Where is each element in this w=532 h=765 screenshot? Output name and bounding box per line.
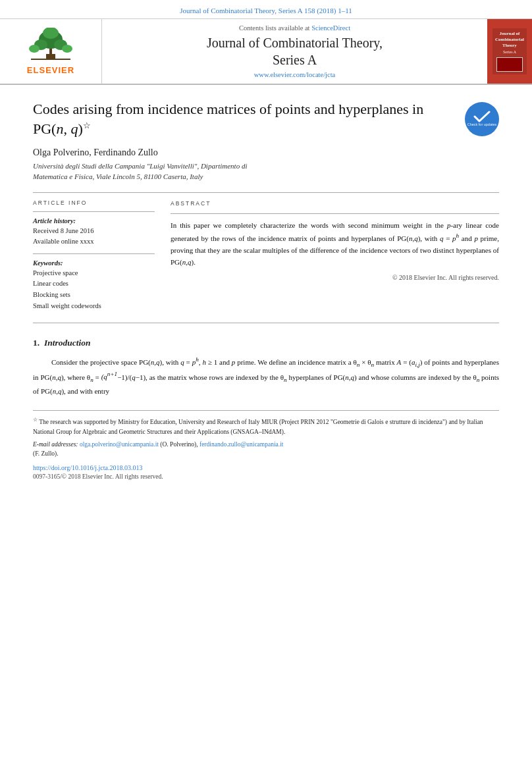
abstract-label: ABSTRACT (171, 199, 499, 208)
article-info-label: ARTICLE INFO (33, 199, 155, 206)
elsevier-tree-icon (21, 28, 80, 64)
info-divider (33, 211, 155, 212)
journal-title-center: Contents lists available at ScienceDirec… (102, 19, 487, 84)
contents-prefix: Contents lists available at (239, 24, 311, 32)
svg-point-7 (62, 45, 72, 53)
check-updates-badge: Check for updates (465, 102, 499, 136)
check-icon (473, 111, 491, 122)
sciencedirect-link[interactable]: ScienceDirect (311, 24, 350, 32)
keyword-projective-space: Projective space (33, 268, 155, 279)
contents-line: Contents lists available at ScienceDirec… (239, 24, 350, 32)
article-history-title: Article history: (33, 217, 155, 224)
section-number: 1. (33, 338, 40, 348)
affiliation-line1: Università degli Studi della Campania "L… (33, 162, 247, 170)
page: Journal of Combinatorial Theory, Series … (0, 0, 532, 765)
section-divider (33, 323, 499, 323)
email1-note: (O. Polverino), (160, 441, 200, 448)
elsevier-wordmark: ELSEVIER (27, 65, 74, 75)
abstract-col: ABSTRACT In this paper we completely cha… (171, 199, 499, 312)
email2-author: (F. Zullo). (33, 450, 59, 457)
affiliation-line2: Matematica e Fisica, Viale Lincoln 5, 81… (33, 172, 203, 180)
journal-cover-inner: Journal ofCombinatorialTheory Series A (492, 28, 527, 74)
authors: Olga Polverino, Ferdinando Zullo (33, 147, 499, 158)
footnote-star-text: ☆ The research was supported by Ministry… (33, 416, 499, 437)
svg-point-6 (29, 45, 40, 53)
article-info-col: ARTICLE INFO Article history: Received 8… (33, 199, 155, 312)
email1-link[interactable]: olga.polverino@unicampania.it (80, 441, 159, 448)
two-col-section: ARTICLE INFO Article history: Received 8… (33, 199, 499, 312)
section-title-text: Introduction (44, 338, 91, 348)
footnote-email: E-mail addresses: olga.polverino@unicamp… (33, 440, 499, 459)
section-introduction: 1. Introduction Consider the projective … (33, 338, 499, 397)
abstract-divider (171, 213, 499, 214)
intro-paragraph: Consider the projective space PG(n,q), w… (33, 355, 499, 397)
journal-website[interactable]: www.elsevier.com/locate/jcta (254, 71, 336, 78)
email2-link[interactable]: ferdinando.zullo@unicampania.it (200, 441, 283, 448)
keywords-title: Keywords: (33, 259, 155, 267)
available-online: Available online xxxx (33, 236, 155, 247)
divider-line (33, 192, 499, 193)
article-title-section: Codes arising from incidence matrices of… (33, 99, 499, 138)
doi-link[interactable]: https://doi.org/10.1016/j.jcta.2018.03.0… (33, 464, 499, 471)
journal-title-line1: Journal of Combinatorial Theory, (207, 36, 383, 50)
main-content: Codes arising from incidence matrices of… (0, 85, 532, 493)
keywords-list: Projective space Linear codes Blocking s… (33, 268, 155, 312)
check-updates-text: Check for updates (467, 122, 497, 127)
journal-header: Journal of Combinatorial Theory, Series … (0, 0, 532, 19)
keyword-linear-codes: Linear codes (33, 278, 155, 290)
journal-title-line2: Series A (273, 53, 317, 67)
title-star: ☆ (83, 120, 91, 130)
elsevier-logo-box: ELSEVIER (0, 19, 102, 84)
affiliation: Università degli Studi della Campania "L… (33, 161, 499, 182)
footnote-section: ☆ The research was supported by Ministry… (33, 410, 499, 480)
section-title: 1. Introduction (33, 338, 499, 348)
keywords-divider (33, 253, 155, 254)
keyword-small-weight: Small weight codewords (33, 301, 155, 312)
copyright-line: © 2018 Elsevier Inc. All rights reserved… (171, 273, 499, 283)
article-title: Codes arising from incidence matrices of… (33, 99, 456, 138)
journal-big-title: Journal of Combinatorial Theory, Series … (207, 34, 383, 68)
abstract-text: In this paper we completely characterize… (171, 219, 499, 268)
journal-cover-box: Journal ofCombinatorialTheory Series A (487, 19, 532, 84)
doi-rights: 0097-3165/© 2018 Elsevier Inc. All right… (33, 473, 499, 480)
journal-header-text: Journal of Combinatorial Theory, Series … (180, 7, 352, 14)
elsevier-banner: ELSEVIER Contents lists available at Sci… (0, 19, 532, 85)
received-date: Received 8 June 2016 (33, 226, 155, 236)
keyword-blocking-sets: Blocking sets (33, 290, 155, 301)
